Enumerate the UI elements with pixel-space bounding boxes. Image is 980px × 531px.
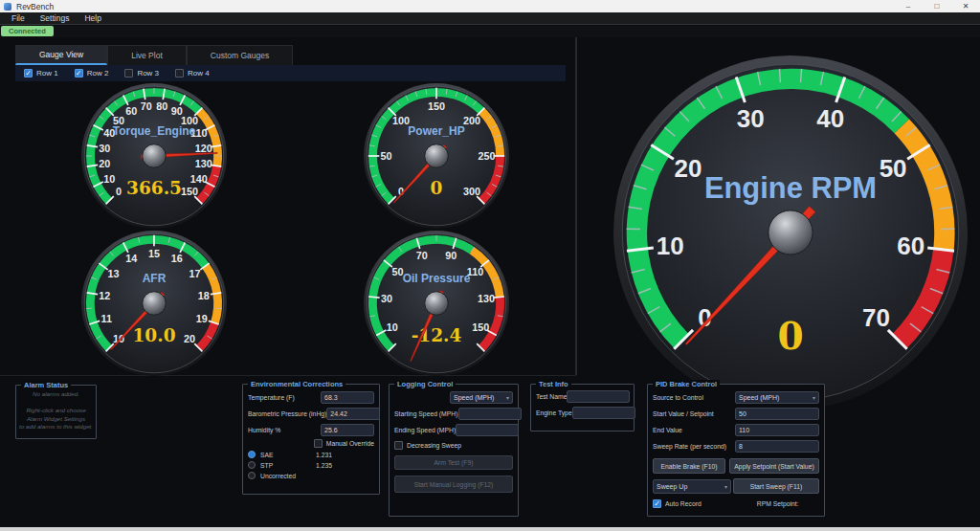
- svg-text:130: 130: [195, 158, 212, 169]
- alarm-line: No alarms added.: [16, 390, 96, 399]
- svg-text:Torque_Engine: Torque_Engine: [113, 124, 196, 138]
- maximize-button[interactable]: □: [923, 0, 951, 12]
- ending-speed-label: Ending Speed (MPH): [394, 427, 456, 433]
- ending-speed-input[interactable]: [456, 424, 519, 436]
- decreasing-sweep-checkbox[interactable]: [394, 441, 403, 450]
- environmental-corrections-title: Environmental Corrections: [248, 380, 345, 388]
- menu-file[interactable]: File: [4, 13, 33, 23]
- row-2-checkbox[interactable]: ✓: [75, 69, 83, 77]
- svg-text:16: 16: [171, 253, 183, 264]
- environmental-corrections-panel: Environmental Corrections Temperature (F…: [242, 384, 380, 495]
- svg-text:130: 130: [478, 293, 495, 304]
- temperature-input[interactable]: 68.3: [321, 391, 374, 404]
- minimize-button[interactable]: –: [894, 0, 923, 12]
- menu-help[interactable]: Help: [77, 13, 108, 23]
- gauge-torque: 0102030405060708090100110120130140150Tor…: [80, 82, 228, 233]
- menu-settings[interactable]: Settings: [33, 13, 78, 23]
- sweep-direction-select[interactable]: Sweep Up ▾: [653, 479, 731, 494]
- arm-test-button[interactable]: Arm Test (F9): [394, 455, 513, 470]
- chevron-down-icon: ▾: [506, 394, 509, 401]
- engine-type-label: Engine Type: [536, 409, 572, 416]
- row-4-checkbox[interactable]: [175, 69, 184, 77]
- stp-correction-value: 1.235: [316, 462, 332, 469]
- svg-text:150: 150: [428, 100, 445, 112]
- row-3-label: Row 3: [137, 69, 159, 77]
- tab-custom-gauges[interactable]: Custom Gauges: [187, 45, 293, 65]
- alarm-status-body[interactable]: No alarms added. Right-click and choose …: [16, 390, 96, 431]
- stp-radio[interactable]: [248, 461, 256, 469]
- logging-control-panel: Logging Control Speed (MPH) ▾ Starting S…: [389, 384, 519, 517]
- sae-radio[interactable]: [248, 451, 256, 458]
- svg-text:50: 50: [880, 154, 907, 183]
- svg-text:70: 70: [862, 303, 890, 332]
- svg-text:10: 10: [387, 321, 398, 333]
- view-tabs: Gauge View Live Plot Custom Gauges: [15, 45, 293, 65]
- tab-live-plot[interactable]: Live Plot: [107, 45, 187, 65]
- starting-speed-input[interactable]: [458, 408, 522, 420]
- logging-channel-value: Speed (MPH): [454, 394, 494, 401]
- svg-text:250: 250: [478, 150, 495, 162]
- start-manual-logging-button[interactable]: Start Manual Logging (F12): [394, 476, 513, 493]
- close-button[interactable]: ✕: [951, 0, 980, 12]
- end-value-input[interactable]: 110: [735, 424, 819, 436]
- svg-text:366.5: 366.5: [126, 178, 182, 198]
- starting-speed-label: Starting Speed (MPH): [394, 410, 458, 417]
- sweep-rate-input[interactable]: 8: [735, 440, 819, 453]
- enable-brake-button[interactable]: Enable Brake (F10): [653, 458, 725, 474]
- start-sweep-button[interactable]: Start Sweep (F11): [733, 478, 819, 494]
- row-3-checkbox[interactable]: [124, 69, 133, 77]
- svg-text:0: 0: [777, 314, 803, 358]
- svg-text:17: 17: [189, 268, 200, 279]
- connection-status-badge: Connected: [1, 26, 54, 36]
- svg-text:60: 60: [897, 232, 924, 260]
- sweep-direction-value: Sweep Up: [657, 483, 687, 490]
- pid-brake-control-title: PID Brake Control: [653, 380, 720, 388]
- alarm-line: [16, 399, 96, 408]
- row-2-toggle[interactable]: ✓ Row 2: [75, 69, 109, 77]
- svg-text:150: 150: [181, 186, 198, 197]
- alarm-status-title: Alarm Status: [21, 381, 71, 389]
- svg-text:10.0: 10.0: [132, 325, 175, 345]
- revbench-window: RevBench – □ ✕ File Settings Help Connec…: [0, 0, 980, 531]
- svg-text:10: 10: [657, 232, 684, 260]
- svg-text:40: 40: [816, 104, 844, 133]
- logging-control-title: Logging Control: [394, 380, 456, 388]
- svg-text:60: 60: [125, 105, 137, 117]
- alarm-line: Right-click and choose: [16, 407, 96, 415]
- engine-type-input[interactable]: [572, 407, 635, 419]
- test-info-panel: Test Info Test Name Engine Type: [530, 384, 635, 431]
- row-1-checkbox[interactable]: ✓: [24, 69, 33, 77]
- svg-text:0: 0: [116, 186, 122, 197]
- end-value-label: End Value: [653, 427, 682, 433]
- manual-override-label: Manual Override: [326, 440, 374, 447]
- temperature-label: Temperature (F): [248, 394, 295, 401]
- vertical-divider: [575, 37, 577, 375]
- tab-gauge-view[interactable]: Gauge View: [15, 45, 107, 65]
- barometric-pressure-input[interactable]: 24.42: [326, 408, 380, 420]
- svg-text:30: 30: [99, 143, 110, 154]
- svg-text:10: 10: [113, 333, 124, 344]
- logging-channel-select[interactable]: Speed (MPH) ▾: [450, 391, 513, 404]
- start-value-setpoint-input[interactable]: 50: [735, 408, 819, 420]
- humidity-input[interactable]: 25.6: [321, 424, 374, 436]
- row-3-toggle[interactable]: Row 3: [124, 69, 159, 77]
- source-to-control-value: Speed (MPH): [739, 394, 779, 401]
- svg-text:14: 14: [125, 253, 137, 264]
- sae-label: SAE: [260, 452, 316, 458]
- row-1-toggle[interactable]: ✓ Row 1: [24, 69, 58, 77]
- chevron-down-icon: ▾: [813, 394, 815, 401]
- source-to-control-select[interactable]: Speed (MPH) ▾: [735, 391, 819, 404]
- manual-override-checkbox[interactable]: [314, 439, 323, 448]
- svg-text:AFR: AFR: [143, 272, 167, 285]
- svg-text:100: 100: [392, 115, 410, 126]
- alarm-line: Alarm Widget Settings: [16, 415, 96, 424]
- auto-record-checkbox[interactable]: ✓: [653, 499, 661, 508]
- test-name-label: Test Name: [536, 393, 567, 400]
- gauge-afr: 1011121314151617181920AFR10.0: [80, 230, 228, 381]
- apply-setpoint-button[interactable]: Apply Setpoint (Start Value): [729, 458, 819, 474]
- row-4-toggle[interactable]: Row 4: [175, 69, 210, 77]
- test-name-input[interactable]: [567, 390, 630, 403]
- svg-text:20: 20: [184, 333, 195, 344]
- uncorrected-radio[interactable]: [248, 472, 256, 479]
- svg-text:300: 300: [463, 186, 480, 197]
